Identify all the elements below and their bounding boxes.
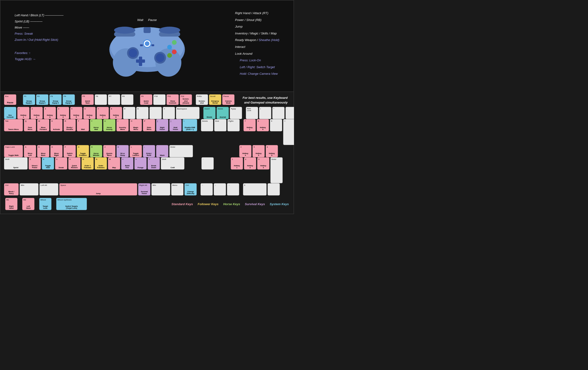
key-o[interactable]: O MagicMenu [130,119,142,131]
key-f4[interactable]: F4 GroupEquip 4 [63,94,75,105]
key-pgdn[interactable]: PgDn [227,119,240,131]
key-numminus[interactable]: - [285,107,294,119]
key-q[interactable]: Q FavsMenu [24,119,36,131]
key-c[interactable]: C Sneak [55,157,67,170]
key-2[interactable]: 2 Hotkey2 [31,107,43,119]
key-insert[interactable]: Insert Emote [203,107,216,119]
key-pgup[interactable]: PgUp [230,107,242,119]
key-num6[interactable]: 6 Hotkey6 [266,145,278,157]
key-menu[interactable]: Menu [171,183,183,196]
key-8[interactable]: 8 Hotkey8 [110,107,122,119]
key-backspace[interactable]: Backspace [176,107,200,119]
key-numslash[interactable]: / [259,107,271,119]
key-home[interactable]: Home Journal [217,107,229,119]
key-quote[interactable]: ' Wash [156,145,168,157]
key-tilde[interactable]: ~ DevConsole [4,107,16,119]
key-num7[interactable]: 7 Hotkey7 [243,119,256,131]
key-b[interactable]: B Order 1Follower [82,157,94,170]
key-lbracket[interactable]: [ NightVision [156,119,168,131]
key-numlock[interactable]: NumLock [246,107,258,119]
key-semicolon[interactable]: ; Drink /Refill [143,145,155,157]
key-num2[interactable]: 2 Hotkey2 [244,157,256,170]
key-leftarrow[interactable]: ← [200,183,213,196]
key-f6[interactable]: F6 [95,94,107,105]
key-num0[interactable]: 0 [243,183,267,196]
key-d[interactable]: D MoveRight [50,145,63,157]
key-p[interactable]: P StatsMenu [143,119,155,131]
key-period[interactable]: > Forage [134,157,147,170]
key-h[interactable]: H HorseWhistle [90,145,102,157]
key-lalt[interactable]: Left Alt [40,183,58,196]
key-w[interactable]: W MoveForward [37,119,49,131]
key-0[interactable]: 0 [136,107,148,119]
key-u[interactable]: U HorseInventy [103,119,116,131]
key-4[interactable]: 4 Hotkey4 [57,107,69,119]
key-wheelud[interactable]: Wheel Up/Down Switch Targets(Target Lock… [56,198,87,210]
key-numdot[interactable]: . [268,183,280,196]
key-e[interactable]: E Activate [50,119,63,131]
key-5[interactable]: 5 Hotkey5 [70,107,83,119]
key-num4[interactable]: 4 Hotkey4 [239,145,252,157]
key-i[interactable]: I InventryMenu [116,119,129,131]
key-rctrl[interactable]: Ctrl ChangeDifficulty [184,183,197,196]
key-pause[interactable]: Pause CameraMode [222,94,234,105]
key-f1[interactable]: F1 GroupEquip 1 [23,94,35,105]
key-numstar[interactable]: * [272,107,284,119]
key-slash[interactable]: ? BreakDown [147,157,160,170]
key-f10[interactable]: F10 [153,94,166,105]
key-t[interactable]: T Wait [77,119,89,131]
key-f[interactable]: F SwitchView [63,145,76,157]
key-esc[interactable]: Esc Pause [4,94,16,105]
key-f7[interactable]: F7 [108,94,120,105]
key-6[interactable]: 6 Hotkey6 [83,107,96,119]
key-lshift[interactable]: Shift Sprint [4,157,28,170]
key-7[interactable]: 7 Hotkey7 [97,107,109,119]
key-a[interactable]: A MoveLeft [24,145,36,157]
key-1[interactable]: 1 Hotkey1 [17,107,30,119]
key-delete[interactable]: Delete [201,119,213,131]
key-m1[interactable]: M1 RightHand [5,198,18,210]
key-num3[interactable]: 3 Hotkey3 [257,157,269,170]
key-v[interactable]: V QuickRestore [68,157,81,170]
key-wheel[interactable]: Wheel TargetLock [39,198,52,210]
key-num8[interactable]: 8 Hotkey8 [257,119,269,131]
key-scroll[interactable]: Scroll EmrgncyRecall [209,94,221,105]
key-f12[interactable]: F12 Screen-shot(Steam) [180,94,192,105]
key-uparrow[interactable]: ↑ [201,157,214,170]
key-backslash[interactable]: \ Disable ENB(Shift + \) [183,119,197,131]
key-g[interactable]: G ToggleFrmation [77,145,89,157]
key-f5[interactable]: F5 QuickSave [82,94,94,105]
key-tab[interactable]: Tab Tween Menu [4,119,23,131]
key-rightarrow[interactable]: → [227,183,239,196]
key-rshift[interactable]: Shift Craft [161,157,184,170]
key-num1[interactable]: 1 Hotkey1 [231,157,243,170]
key-n[interactable]: N OrderFollowrs [95,157,107,170]
key-k[interactable]: K Sit orSleep [116,145,129,157]
key-enter[interactable]: Enter [169,145,193,157]
key-capslock[interactable]: Caps Lock Toggle Walk [4,145,23,157]
key-downarrow[interactable]: ↓ [214,183,226,196]
key-f3[interactable]: F3 GroupEquip 3 [49,94,62,105]
key-lctrl[interactable]: Ctrl Block /Parry [4,183,19,196]
key-prtsc[interactable]: PrtSc Screen-shot [196,94,208,105]
key-numplus[interactable]: + [283,119,294,145]
key-f2[interactable]: F2 GroupEquip 2 [36,94,48,105]
key-m[interactable]: M Map [108,157,120,170]
key-y[interactable]: Y HorseWait [90,119,102,131]
key-m2[interactable]: M2 LeftHand [22,198,34,210]
key-equals[interactable]: = [163,107,175,119]
key-minus[interactable]: - [149,107,162,119]
key-f8[interactable]: F8 [121,94,133,105]
key-num5[interactable]: 5 Hotkey5 [252,145,265,157]
key-3[interactable]: 3 Hotkey3 [44,107,56,119]
key-end[interactable]: End [214,119,226,131]
key-win[interactable]: Win [20,183,39,196]
key-9[interactable]: 9 [123,107,135,119]
key-num9[interactable]: 9 [270,119,282,131]
key-f9[interactable]: F9 QuickLoad [140,94,152,105]
key-rwin[interactable]: Win [151,183,170,196]
key-numenter[interactable]: Enter [270,157,283,183]
key-z[interactable]: Z Shout /Power [29,157,41,170]
key-rbracket[interactable]: ] HeatVision [169,119,182,131]
key-s[interactable]: S MoveBack [37,145,49,157]
